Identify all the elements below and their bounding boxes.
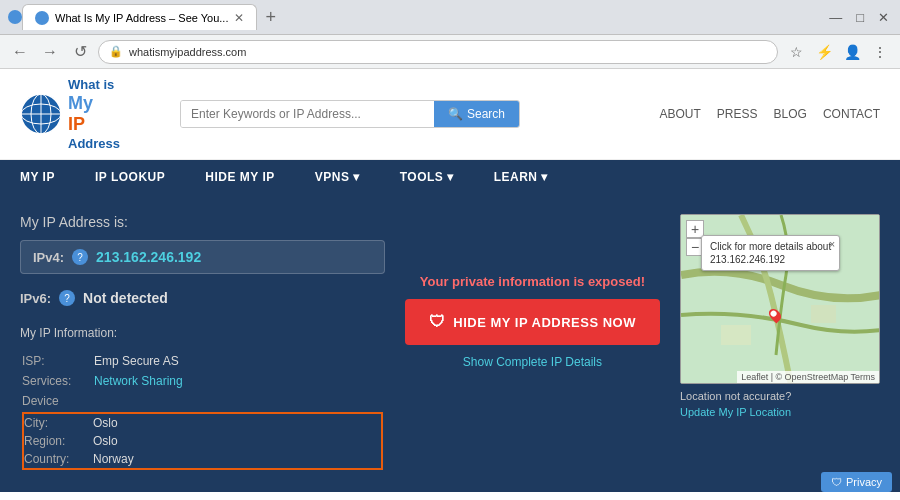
site-logo[interactable]: What is MyIP Address [20, 77, 120, 151]
about-link[interactable]: ABOUT [660, 107, 701, 121]
profile-button[interactable]: 👤 [840, 40, 864, 64]
map-tooltip-ip: 213.162.246.192 [710, 254, 785, 265]
main-nav: MY IP IP LOOKUP HIDE MY IP VPNS ▾ TOOLS … [0, 160, 900, 194]
city-label: City: [23, 413, 93, 432]
ipv6-label: IPv6: [20, 291, 51, 306]
browser-nav-bar: ← → ↺ 🔒 whatismyipaddress.com ☆ ⚡ 👤 ⋮ [0, 35, 900, 69]
svg-rect-8 [811, 305, 836, 323]
nav-vpns[interactable]: VPNS ▾ [295, 160, 380, 194]
table-row: Region: Oslo [23, 432, 382, 450]
ip-details-table: ISP: Emp Secure AS Services: Network Sha… [20, 350, 385, 472]
bookmark-star-button[interactable]: ☆ [784, 40, 808, 64]
hide-ip-section: Your private information is exposed! 🛡 H… [405, 214, 660, 472]
show-details-link[interactable]: Show Complete IP Details [463, 355, 602, 369]
header-nav: ABOUT PRESS BLOG CONTACT [660, 107, 881, 121]
ip-panel-title: My IP Address is: [20, 214, 385, 230]
window-title-bar: What Is My IP Address – See You... ✕ + —… [0, 0, 900, 35]
nav-learn[interactable]: LEARN ▾ [474, 160, 568, 194]
device-value [94, 392, 383, 410]
map-background: + − Click for more details about 213.162… [681, 215, 879, 383]
ip-info-panel: My IP Address is: IPv4: ? 213.162.246.19… [20, 214, 385, 472]
country-label: Country: [23, 450, 93, 469]
search-button[interactable]: 🔍 Search [434, 101, 519, 127]
map-footer: Leaflet | © OpenStreetMap Terms [737, 371, 879, 383]
map-tooltip-line1: Click for more details about [710, 241, 831, 252]
logo-myip: MyIP [68, 93, 120, 136]
city-value: Oslo [93, 413, 382, 432]
table-row: City: Oslo [23, 413, 382, 432]
tab-close-btn[interactable]: ✕ [234, 11, 244, 25]
hide-ip-button[interactable]: 🛡 HIDE MY IP ADDRESS NOW [405, 299, 660, 345]
ipv6-row: IPv6: ? Not detected [20, 282, 385, 314]
tab-favicon-small [35, 11, 49, 25]
tab-title: What Is My IP Address – See You... [55, 12, 228, 24]
reload-button[interactable]: ↺ [68, 40, 92, 64]
exposed-warning: Your private information is exposed! [420, 274, 645, 289]
contact-link[interactable]: CONTACT [823, 107, 880, 121]
site-header: What is MyIP Address 🔍 Search ABOUT PRES… [0, 69, 900, 160]
highlighted-info-table: City: Oslo Region: Oslo Country: Norway [22, 412, 383, 470]
browser-toolbar: ☆ ⚡ 👤 ⋮ [784, 40, 892, 64]
services-label: Services: [22, 372, 92, 390]
isp-value: Emp Secure AS [94, 352, 383, 370]
ipv4-row: IPv4: ? 213.162.246.192 [20, 240, 385, 274]
table-row: Country: Norway [23, 450, 382, 469]
browser-window: What Is My IP Address – See You... ✕ + —… [0, 0, 900, 500]
back-button[interactable]: ← [8, 40, 32, 64]
update-location-link[interactable]: Update My IP Location [680, 406, 791, 418]
table-row: ISP: Emp Secure AS [22, 352, 383, 370]
new-tab-button[interactable]: + [257, 4, 284, 30]
maximize-button[interactable]: □ [853, 10, 867, 25]
hide-ip-button-label: HIDE MY IP ADDRESS NOW [453, 315, 636, 330]
isp-label: ISP: [22, 352, 92, 370]
address-bar[interactable]: 🔒 whatismyipaddress.com [98, 40, 778, 64]
privacy-label: Privacy [846, 476, 882, 488]
privacy-icon: 🛡 [831, 476, 842, 488]
search-icon: 🔍 [448, 107, 463, 121]
highlighted-section: City: Oslo Region: Oslo Country: Norway [22, 412, 383, 470]
device-label: Device [22, 392, 92, 410]
ipv4-address[interactable]: 213.162.246.192 [96, 249, 201, 265]
website-content: What is MyIP Address 🔍 Search ABOUT PRES… [0, 69, 900, 500]
press-link[interactable]: PRESS [717, 107, 758, 121]
close-button[interactable]: ✕ [875, 10, 892, 25]
nav-my-ip[interactable]: MY IP [0, 160, 75, 194]
region-value: Oslo [93, 432, 382, 450]
ipv6-help-icon[interactable]: ? [59, 290, 75, 306]
shield-icon: 🛡 [429, 313, 446, 331]
bottom-bar: vpn|central Which is your biggest concer… [0, 492, 900, 500]
services-value[interactable]: Network Sharing [94, 374, 183, 388]
menu-button[interactable]: ⋮ [868, 40, 892, 64]
table-row: Services: Network Sharing [22, 372, 383, 390]
extensions-button[interactable]: ⚡ [812, 40, 836, 64]
logo-whatis: What is [68, 77, 120, 93]
window-controls-area: — □ ✕ [284, 10, 892, 25]
map-tooltip: Click for more details about 213.162.246… [701, 235, 840, 271]
forward-button[interactable]: → [38, 40, 62, 64]
blog-link[interactable]: BLOG [774, 107, 807, 121]
svg-rect-7 [721, 325, 751, 345]
location-note: Location not accurate? [680, 390, 880, 402]
nav-tools[interactable]: TOOLS ▾ [380, 160, 474, 194]
logo-address: Address [68, 136, 120, 152]
map-panel: + − Click for more details about 213.162… [680, 214, 880, 472]
url-text: whatismyipaddress.com [129, 46, 246, 58]
my-ip-info-label: My IP Information: [20, 326, 385, 340]
ipv4-label: IPv4: [33, 250, 64, 265]
tab-favicon [8, 10, 22, 24]
ipv4-help-icon[interactable]: ? [72, 249, 88, 265]
nav-ip-lookup[interactable]: IP LOOKUP [75, 160, 185, 194]
browser-tab[interactable]: What Is My IP Address – See You... ✕ [22, 4, 257, 30]
lock-icon: 🔒 [109, 45, 123, 58]
table-row: Device [22, 392, 383, 410]
minimize-button[interactable]: — [826, 10, 845, 25]
search-input[interactable] [181, 101, 434, 127]
logo-text: What is MyIP Address [68, 77, 120, 151]
map-container[interactable]: + − Click for more details about 213.162… [680, 214, 880, 384]
search-bar: 🔍 Search [180, 100, 520, 128]
country-value: Norway [93, 450, 382, 469]
privacy-badge[interactable]: 🛡 Privacy [821, 472, 892, 492]
logo-globe-icon [20, 93, 62, 135]
main-content: My IP Address is: IPv4: ? 213.162.246.19… [0, 194, 900, 492]
nav-hide-my-ip[interactable]: HIDE MY IP [185, 160, 294, 194]
